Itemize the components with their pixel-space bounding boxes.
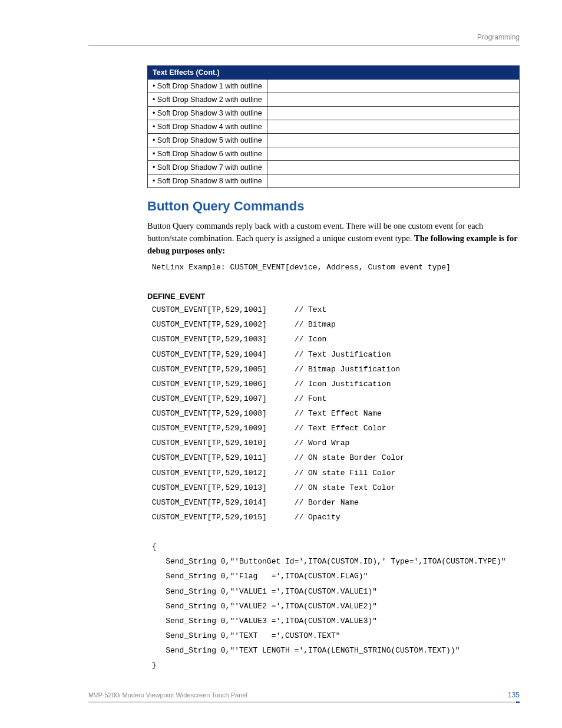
table-header: Text Effects (Cont.) <box>148 66 520 80</box>
footer: MVP-5200i Modero Viewpoint Widescreen To… <box>88 691 520 703</box>
cell: • Soft Drop Shadow 4 with outline <box>148 120 267 134</box>
cell <box>267 147 519 161</box>
cell <box>267 80 519 93</box>
event-line: CUSTOM_EVENT[TP,529,1013] // ON state Te… <box>147 481 520 495</box>
cell: • Soft Drop Shadow 7 with outline <box>148 161 267 174</box>
event-line: CUSTOM_EVENT[TP,529,1015] // Opacity <box>147 510 520 524</box>
event-line: CUSTOM_EVENT[TP,529,1002] // Bitmap <box>147 318 520 331</box>
event-line: CUSTOM_EVENT[TP,529,1006] // Icon Justif… <box>147 377 520 391</box>
block-line: } <box>147 658 520 672</box>
page-heading: Button Query Commands <box>147 199 520 214</box>
cell: • Soft Drop Shadow 3 with outline <box>148 107 267 120</box>
blank-line <box>147 525 520 539</box>
cell <box>267 174 519 188</box>
table-row: • Soft Drop Shadow 6 with outline <box>148 147 520 161</box>
page: Programming Text Effects (Cont.) • Soft … <box>0 0 562 728</box>
netlinx-example-line: NetLinx Example: CUSTOM_EVENT[device, Ad… <box>147 261 520 274</box>
event-line: CUSTOM_EVENT[TP,529,1011] // ON state Bo… <box>147 451 520 465</box>
event-line: CUSTOM_EVENT[TP,529,1001] // Text <box>147 303 520 317</box>
block-line: Send_String 0,"'VALUE2 =',ITOA(CUSTOM.VA… <box>147 599 520 613</box>
footer-text: MVP-5200i Modero Viewpoint Widescreen To… <box>88 691 247 699</box>
text-effects-table: Text Effects (Cont.) • Soft Drop Shadow … <box>147 65 520 188</box>
event-line: CUSTOM_EVENT[TP,529,1012] // ON state Fi… <box>147 466 520 480</box>
cell: • Soft Drop Shadow 2 with outline <box>148 93 267 107</box>
block-line: Send_String 0,"'VALUE1 =',ITOA(CUSTOM.VA… <box>147 585 520 598</box>
cell: • Soft Drop Shadow 8 with outline <box>148 174 267 188</box>
table-row: • Soft Drop Shadow 2 with outline <box>148 93 520 107</box>
intro-paragraph: Button Query commands reply back with a … <box>147 220 520 257</box>
cell <box>267 93 519 107</box>
table-row: • Soft Drop Shadow 5 with outline <box>148 134 520 147</box>
event-line: CUSTOM_EVENT[TP,529,1010] // Word Wrap <box>147 436 520 450</box>
block-line: Send_String 0,"'TEXT =',CUSTOM.TEXT" <box>147 629 520 643</box>
define-event-label: DEFINE_EVENT <box>147 292 520 301</box>
cell: • Soft Drop Shadow 6 with outline <box>148 147 267 161</box>
block-line: Send_String 0,"'Flag =',ITOA(CUSTOM.FLAG… <box>147 569 520 583</box>
content-area: Text Effects (Cont.) • Soft Drop Shadow … <box>147 65 520 672</box>
page-number: 135 <box>508 691 520 699</box>
block-line: Send_String 0,"'VALUE3 =',ITOA(CUSTOM.VA… <box>147 614 520 628</box>
table-row: • Soft Drop Shadow 1 with outline <box>148 80 520 93</box>
footer-rule <box>88 701 520 703</box>
block-line: Send_String 0,"'ButtonGet Id=',ITOA(CUST… <box>147 555 520 568</box>
block-line: { <box>147 540 520 554</box>
table-row: • Soft Drop Shadow 8 with outline <box>148 174 520 188</box>
event-line: CUSTOM_EVENT[TP,529,1003] // Icon <box>147 332 520 346</box>
event-line: CUSTOM_EVENT[TP,529,1014] // Border Name <box>147 496 520 509</box>
event-line: CUSTOM_EVENT[TP,529,1005] // Bitmap Just… <box>147 363 520 376</box>
cell: • Soft Drop Shadow 1 with outline <box>148 80 267 93</box>
event-line: CUSTOM_EVENT[TP,529,1007] // Font <box>147 392 520 406</box>
event-line: CUSTOM_EVENT[TP,529,1009] // Text Effect… <box>147 421 520 435</box>
section-header: Programming <box>88 33 520 41</box>
event-line: CUSTOM_EVENT[TP,529,1008] // Text Effect… <box>147 407 520 420</box>
block-line: Send_String 0,"'TEXT LENGTH =',ITOA(LENG… <box>147 644 520 657</box>
event-line: CUSTOM_EVENT[TP,529,1004] // Text Justif… <box>147 348 520 361</box>
cell: • Soft Drop Shadow 5 with outline <box>148 134 267 147</box>
table-row: • Soft Drop Shadow 4 with outline <box>148 120 520 134</box>
cell <box>267 107 519 120</box>
table-row: • Soft Drop Shadow 7 with outline <box>148 161 520 174</box>
header-rule <box>88 45 520 45</box>
cell <box>267 161 519 174</box>
table-row: • Soft Drop Shadow 3 with outline <box>148 107 520 120</box>
cell <box>267 120 519 134</box>
cell <box>267 134 519 147</box>
